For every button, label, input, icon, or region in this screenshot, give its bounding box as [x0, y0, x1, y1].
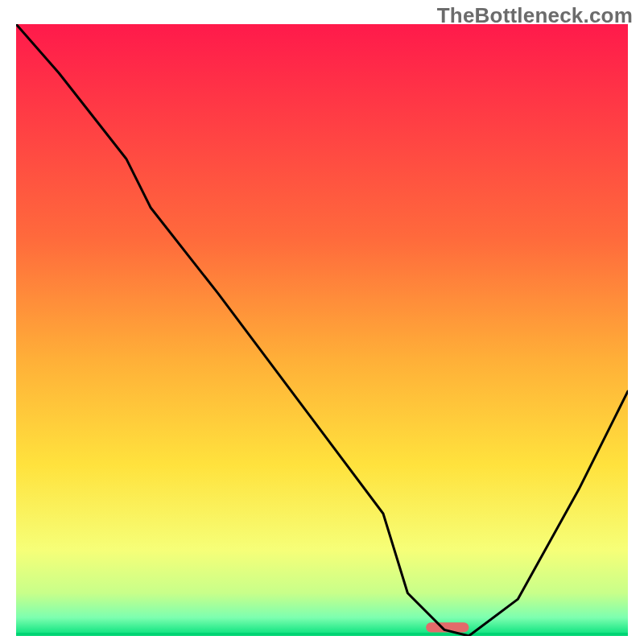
gradient-background	[16, 24, 628, 636]
baseline-band	[16, 633, 628, 636]
chart-svg	[16, 24, 628, 636]
chart-container: TheBottleneck.com	[0, 0, 644, 644]
plot-area	[16, 24, 628, 636]
watermark-text: TheBottleneck.com	[437, 3, 633, 28]
